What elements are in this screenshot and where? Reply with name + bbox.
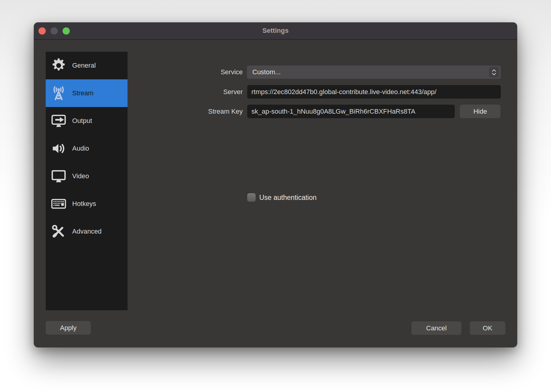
server-input[interactable] (247, 85, 501, 99)
monitor-arrow-icon (51, 113, 67, 129)
window-title: Settings (34, 23, 517, 38)
display-icon (51, 168, 67, 184)
sidebar-item-audio[interactable]: Audio (46, 135, 128, 162)
stream-key-input[interactable] (247, 105, 455, 118)
sidebar-item-label: Stream (72, 89, 94, 97)
broadcast-icon (51, 85, 67, 101)
tools-icon (51, 223, 67, 240)
sidebar-item-label: Output (72, 117, 92, 125)
use-authentication-checkbox[interactable] (247, 193, 256, 202)
sidebar-item-hotkeys[interactable]: Hotkeys (46, 190, 128, 218)
settings-sidebar: General Stream Output (46, 52, 128, 310)
sidebar-item-stream[interactable]: Stream (46, 79, 128, 107)
service-label: Service (159, 66, 243, 79)
server-label: Server (159, 85, 243, 99)
service-selected-value: Custom... (252, 68, 281, 76)
sidebar-item-label: General (72, 62, 96, 69)
select-stepper-icon (489, 67, 499, 78)
sidebar-item-label: Advanced (72, 228, 102, 235)
sidebar-item-label: Video (72, 172, 89, 180)
sidebar-item-general[interactable]: General (46, 52, 128, 79)
gear-icon (51, 57, 67, 74)
use-authentication-label: Use authentication (259, 193, 317, 202)
service-select[interactable]: Custom... (247, 66, 501, 79)
sidebar-item-label: Hotkeys (72, 200, 96, 208)
sidebar-item-output[interactable]: Output (46, 107, 128, 135)
hide-button[interactable]: Hide (460, 105, 500, 118)
sidebar-item-video[interactable]: Video (46, 162, 128, 190)
stream-key-label: Stream Key (159, 105, 243, 118)
cancel-button[interactable]: Cancel (411, 321, 461, 335)
settings-window: Settings General Stream (34, 23, 517, 347)
speaker-icon (51, 140, 67, 157)
ok-button[interactable]: OK (470, 321, 505, 335)
sidebar-item-advanced[interactable]: Advanced (46, 218, 128, 245)
apply-button[interactable]: Apply (46, 321, 91, 335)
title-bar: Settings (34, 23, 517, 40)
sidebar-item-label: Audio (72, 145, 89, 152)
keyboard-icon (51, 196, 67, 212)
